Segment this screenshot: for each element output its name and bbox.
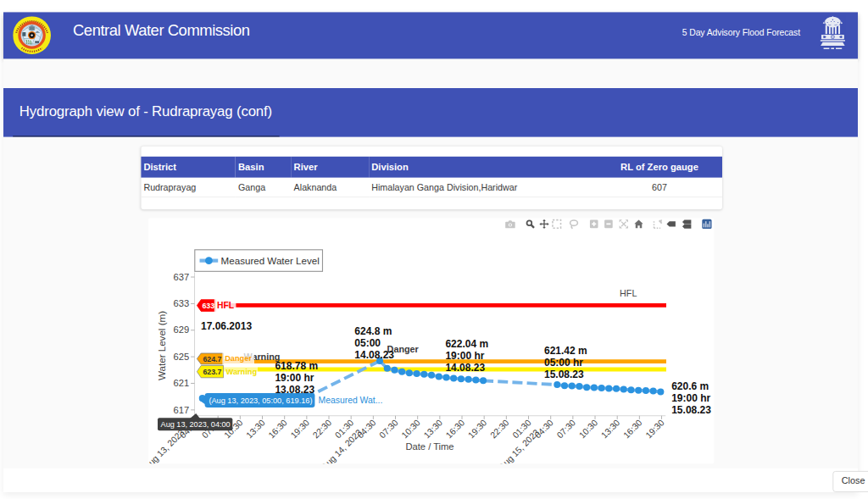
svg-text:617: 617 (174, 405, 190, 415)
svg-text:633: 633 (174, 298, 190, 308)
svg-text:13:30: 13:30 (599, 418, 621, 440)
svg-text:Warning: Warning (226, 368, 257, 376)
svg-text:618.78 m: 618.78 m (275, 360, 319, 372)
svg-text:Aug 13, 2023, 04:00: Aug 13, 2023, 04:00 (161, 420, 231, 429)
svg-text:629: 629 (174, 324, 190, 335)
svg-text:624.8 m: 624.8 m (355, 325, 392, 337)
svg-text:19:30: 19:30 (289, 418, 311, 440)
svg-text:Date / Time: Date / Time (406, 441, 454, 452)
svg-text:19:00 hr: 19:00 hr (671, 392, 710, 404)
svg-text:624.7: 624.7 (203, 355, 222, 363)
svg-text:633: 633 (203, 302, 215, 310)
svg-text:10:30: 10:30 (400, 418, 422, 440)
svg-text:19:30: 19:30 (644, 418, 666, 440)
svg-text:(Aug 13, 2023, 05:00, 619.16): (Aug 13, 2023, 05:00, 619.16) (209, 396, 313, 405)
svg-text:07:30: 07:30 (378, 418, 400, 440)
svg-text:620.6 m: 620.6 m (671, 380, 709, 392)
svg-text:Water Level (m): Water Level (m) (156, 311, 167, 380)
svg-text:625: 625 (174, 352, 190, 362)
svg-text:Measured Water Level: Measured Water Level (221, 255, 320, 266)
svg-text:15.08.23: 15.08.23 (671, 404, 711, 416)
svg-text:16:30: 16:30 (444, 418, 466, 440)
svg-text:623.7: 623.7 (203, 368, 222, 376)
svg-text:10:30: 10:30 (577, 418, 599, 440)
svg-text:Danger: Danger (225, 354, 252, 363)
svg-text:19:00 hr: 19:00 hr (446, 350, 485, 362)
svg-text:05:00: 05:00 (355, 337, 381, 349)
svg-text:22:30: 22:30 (489, 418, 511, 440)
svg-text:Aug 13, 2023: Aug 13, 2023 (148, 428, 186, 464)
svg-text:22:30: 22:30 (311, 418, 333, 440)
svg-text:622.04 m: 622.04 m (446, 338, 489, 350)
svg-text:19:30: 19:30 (466, 418, 488, 440)
svg-text:17.06.2013: 17.06.2013 (201, 320, 252, 332)
svg-text:13:30: 13:30 (422, 418, 444, 440)
svg-text:16:30: 16:30 (267, 418, 289, 440)
svg-text:05:00 hr: 05:00 hr (544, 357, 583, 369)
svg-text:HFL: HFL (620, 288, 637, 298)
svg-text:HFL: HFL (217, 301, 235, 310)
svg-text:16:30: 16:30 (622, 418, 644, 440)
svg-text:637: 637 (174, 272, 190, 282)
svg-text:14.08.23: 14.08.23 (446, 362, 486, 374)
svg-text:15.08.23: 15.08.23 (544, 369, 584, 380)
svg-text:19:00 hr: 19:00 hr (275, 372, 314, 384)
svg-text:621.42 m: 621.42 m (544, 345, 587, 357)
svg-text:07:30: 07:30 (555, 418, 577, 440)
svg-text:Measured Wat...: Measured Wat... (319, 396, 383, 405)
svg-text:621: 621 (174, 378, 190, 388)
svg-text:14.08.23: 14.08.23 (355, 349, 395, 361)
svg-text:13:30: 13:30 (245, 418, 267, 440)
